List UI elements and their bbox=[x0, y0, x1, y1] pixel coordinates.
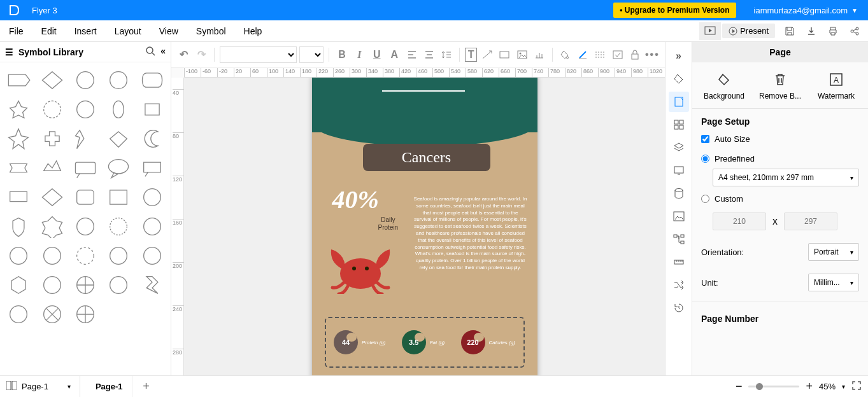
shape-thumb[interactable] bbox=[136, 66, 168, 94]
chart-button[interactable] bbox=[532, 46, 546, 64]
predefined-radio[interactable] bbox=[701, 155, 709, 163]
stat-item[interactable]: 44Protein (g) bbox=[334, 330, 385, 354]
zoom-in-button[interactable]: + bbox=[806, 380, 813, 393]
save-button[interactable] bbox=[779, 22, 800, 40]
page-list-icon[interactable] bbox=[6, 381, 17, 392]
doc-percent[interactable]: 40% bbox=[332, 185, 379, 214]
page-tab[interactable]: Page-1 bbox=[87, 376, 132, 397]
shape-thumb[interactable] bbox=[36, 242, 68, 270]
menu-help[interactable]: Help bbox=[238, 20, 274, 41]
shape-thumb[interactable] bbox=[103, 212, 134, 240]
document-page[interactable]: Cancers 40% DailyProtein Seafood is amaz… bbox=[312, 78, 537, 375]
shape-thumb[interactable] bbox=[103, 66, 134, 94]
shape-thumb[interactable] bbox=[69, 154, 101, 182]
shape-thumb[interactable] bbox=[36, 183, 68, 211]
shape-thumb[interactable] bbox=[136, 95, 168, 123]
shape-thumb[interactable] bbox=[103, 271, 134, 299]
stats-box[interactable]: 44Protein (g)3.5Fat (g)220Calories (g) bbox=[325, 317, 525, 368]
unit-select[interactable]: Millim...▾ bbox=[808, 274, 859, 291]
crab-image[interactable] bbox=[322, 237, 399, 294]
shape-thumb[interactable] bbox=[36, 125, 68, 153]
rail-image-icon[interactable] bbox=[669, 206, 689, 226]
more-button[interactable]: ••• bbox=[645, 46, 660, 64]
shape-thumb[interactable] bbox=[3, 183, 34, 211]
undo-button[interactable]: ↶ bbox=[176, 46, 191, 64]
shape-thumb[interactable] bbox=[36, 154, 68, 182]
rail-screen-icon[interactable] bbox=[669, 160, 689, 181]
shape-thumb[interactable] bbox=[103, 125, 134, 153]
menu-edit[interactable]: Edit bbox=[35, 20, 68, 41]
share-button[interactable] bbox=[844, 22, 865, 40]
fullscreen-button[interactable] bbox=[851, 380, 862, 393]
image-button[interactable] bbox=[515, 46, 529, 64]
italic-button[interactable]: I bbox=[352, 46, 367, 64]
collapse-icon[interactable]: « bbox=[160, 46, 166, 58]
shape-thumb[interactable] bbox=[136, 212, 168, 240]
bold-button[interactable]: B bbox=[334, 46, 349, 64]
rail-expand[interactable]: » bbox=[669, 46, 689, 66]
doc-body-text[interactable]: Seafood is amazingly popular around the … bbox=[414, 196, 527, 272]
orientation-select[interactable]: Portrait▾ bbox=[808, 243, 859, 261]
present-button[interactable]: Present bbox=[722, 24, 775, 38]
font-color-button[interactable]: A bbox=[387, 46, 401, 64]
doc-heading[interactable]: Cancers bbox=[363, 144, 490, 171]
background-button[interactable]: Background bbox=[699, 73, 750, 101]
shape-thumb[interactable] bbox=[69, 212, 101, 240]
rect-button[interactable] bbox=[497, 46, 512, 64]
shape-thumb[interactable] bbox=[36, 66, 68, 94]
line-spacing-button[interactable] bbox=[439, 46, 454, 64]
rail-page-icon[interactable] bbox=[669, 92, 689, 112]
shape-thumb[interactable] bbox=[3, 125, 34, 153]
shape-thumb[interactable] bbox=[69, 95, 101, 123]
shape-thumb[interactable] bbox=[36, 212, 68, 240]
export-button[interactable] bbox=[800, 22, 822, 40]
search-icon[interactable] bbox=[145, 46, 155, 58]
page-size-select[interactable]: A4 sheet, 210mm x 297 mm▾ bbox=[713, 169, 859, 186]
shape-thumb[interactable] bbox=[136, 125, 168, 153]
shape-thumb[interactable] bbox=[3, 271, 34, 299]
shape-thumb[interactable] bbox=[3, 154, 34, 182]
menu-symbol[interactable]: Symbol bbox=[190, 20, 238, 41]
check-button[interactable] bbox=[610, 46, 625, 64]
shape-thumb[interactable] bbox=[69, 242, 101, 270]
add-page-button[interactable]: + bbox=[139, 380, 154, 393]
zoom-menu[interactable]: ▾ bbox=[842, 383, 845, 390]
rail-history-icon[interactable] bbox=[669, 298, 689, 318]
shape-thumb[interactable] bbox=[3, 212, 34, 240]
shape-thumb[interactable] bbox=[103, 242, 134, 270]
lock-button[interactable] bbox=[627, 46, 642, 64]
shape-thumb[interactable] bbox=[103, 95, 134, 123]
shape-thumb[interactable] bbox=[103, 154, 134, 182]
account-menu[interactable]: iammurtaza4@gmail.com ▼ bbox=[754, 6, 863, 15]
shape-thumb[interactable] bbox=[136, 271, 168, 299]
text-tool-button[interactable]: T bbox=[465, 48, 477, 62]
underline-button[interactable]: U bbox=[369, 46, 384, 64]
redo-button[interactable]: ↷ bbox=[194, 46, 208, 64]
rail-layers-icon[interactable] bbox=[669, 137, 689, 158]
watermark-button[interactable]: A Watermark bbox=[811, 73, 862, 101]
font-family-select[interactable] bbox=[220, 46, 297, 63]
custom-radio[interactable] bbox=[701, 195, 709, 203]
stat-item[interactable]: 3.5Fat (g) bbox=[402, 330, 445, 354]
rail-shuffle-icon[interactable] bbox=[669, 275, 689, 295]
shape-thumb[interactable] bbox=[103, 183, 134, 211]
canvas[interactable]: Cancers 40% DailyProtein Seafood is amaz… bbox=[184, 78, 665, 375]
stat-item[interactable]: 220Calories (g) bbox=[461, 330, 515, 354]
shape-thumb[interactable] bbox=[3, 66, 34, 94]
fill-button[interactable] bbox=[558, 46, 573, 64]
shape-thumb[interactable] bbox=[136, 183, 168, 211]
auto-size-checkbox[interactable] bbox=[701, 135, 709, 143]
shape-thumb[interactable] bbox=[36, 300, 68, 328]
shape-thumb[interactable] bbox=[69, 300, 101, 328]
stroke-button[interactable] bbox=[575, 46, 590, 64]
shape-thumb[interactable] bbox=[69, 125, 101, 153]
shape-thumb[interactable] bbox=[136, 242, 168, 270]
slideshow-button[interactable] bbox=[699, 22, 721, 40]
zoom-out-button[interactable]: − bbox=[736, 380, 743, 393]
align-h-button[interactable] bbox=[404, 46, 419, 64]
height-input[interactable] bbox=[784, 212, 837, 230]
width-input[interactable] bbox=[713, 212, 766, 230]
shape-thumb[interactable] bbox=[69, 183, 101, 211]
shape-thumb[interactable] bbox=[36, 95, 68, 123]
zoom-slider[interactable] bbox=[748, 386, 799, 387]
